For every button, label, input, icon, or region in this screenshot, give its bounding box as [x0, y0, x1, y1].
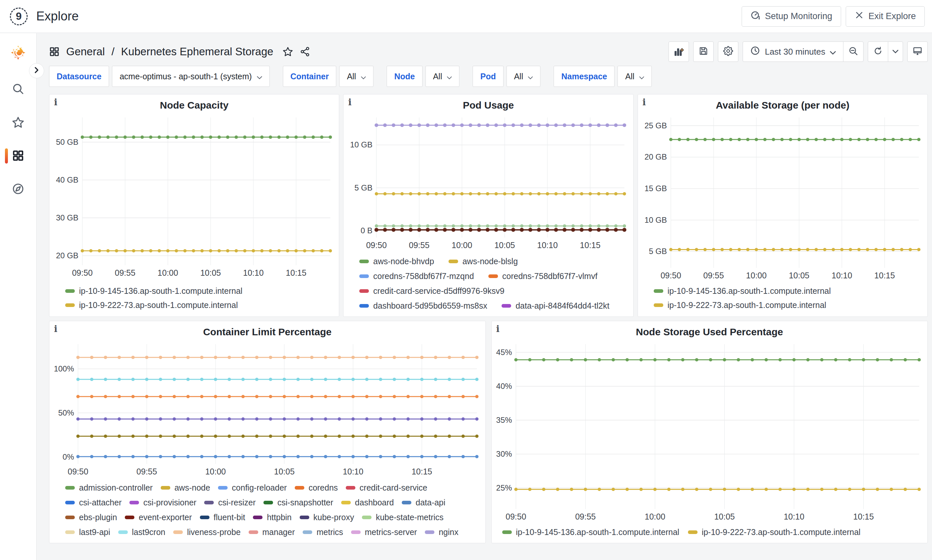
legend-item[interactable]: coredns-758dbf67f7-vlmvf — [488, 271, 597, 281]
legend-item[interactable]: csi-attacher — [65, 498, 122, 507]
zoom-out-icon — [848, 46, 858, 57]
dashboard-header-row: General / Kubernetes Ephemeral Storage — [49, 42, 928, 62]
legend-item[interactable]: credit-card-service-d5dff9976-9ksv9 — [359, 286, 504, 296]
legend-item[interactable]: csi-snapshotter — [264, 498, 333, 507]
legend-item[interactable]: nginx — [425, 528, 458, 537]
panel-title[interactable]: Pod Usage — [346, 96, 630, 113]
legend-item[interactable]: aws-node — [161, 483, 210, 492]
legend-item[interactable]: ip-10-9-145-136.ap-south-1.compute.inter… — [65, 286, 333, 296]
panel-title[interactable]: Node Capacity — [52, 96, 336, 113]
legend-item[interactable]: event-exporter — [125, 512, 192, 522]
legend-color-chip — [351, 531, 361, 534]
legend-item[interactable]: dashboard-5d95bd6559-ms8sx — [359, 301, 487, 311]
clock-icon — [750, 46, 760, 58]
setup-monitoring-button[interactable]: Setup Monitoring — [742, 6, 841, 27]
sidebar-item-dashboards[interactable] — [0, 150, 36, 163]
svg-text:5 GB: 5 GB — [649, 247, 667, 255]
app-logo[interactable]: 9 — [10, 8, 28, 25]
legend-item[interactable]: httpbin — [253, 512, 292, 522]
info-icon[interactable]: i — [54, 97, 57, 107]
exit-explore-label: Exit Explore — [869, 11, 916, 22]
legend-item[interactable]: admission-controller — [65, 483, 153, 492]
legend-item[interactable]: metrics-server — [351, 528, 417, 537]
sidebar-item-search[interactable] — [0, 83, 36, 96]
legend-item[interactable]: ip-10-9-145-136.ap-south-1.compute.inter… — [502, 528, 679, 537]
namespace-select[interactable]: All — [617, 66, 652, 87]
sidebar-expand-button[interactable] — [29, 63, 44, 78]
exit-explore-button[interactable]: Exit Explore — [846, 6, 925, 27]
legend-item[interactable]: dashboard — [341, 498, 394, 507]
legend-item[interactable]: config-reloader — [218, 483, 287, 492]
svg-text:09:50: 09:50 — [68, 467, 89, 476]
refresh-interval-dropdown[interactable] — [888, 42, 903, 62]
chart-canvas[interactable]: 09:5009:5510:0010:0510:1010:155 GB10 GB1… — [640, 113, 925, 284]
add-panel-button[interactable] — [668, 42, 689, 62]
share-icon[interactable] — [300, 46, 310, 57]
breadcrumb-dashboard-title[interactable]: Kubernetes Ephemeral Storage — [121, 45, 273, 58]
time-range-picker[interactable]: Last 30 minutes — [743, 42, 843, 62]
legend-item[interactable]: last9-api — [65, 528, 110, 537]
sidebar-item-explore[interactable] — [0, 183, 36, 197]
panel-title[interactable]: Available Storage (per node) — [640, 96, 925, 113]
sidebar-item-starred[interactable] — [0, 116, 36, 130]
legend-item[interactable]: ebs-plugin — [65, 512, 117, 522]
chart-legend: admission-controlleraws-nodeconfig-reloa… — [52, 482, 483, 539]
info-icon[interactable]: i — [496, 324, 500, 334]
save-dashboard-button[interactable] — [693, 42, 714, 62]
chart-canvas[interactable]: 09:5009:5510:0010:0510:1010:150%50%100% — [52, 340, 483, 482]
legend-label: ip-10-9-222-73.ap-south-1.compute.intern… — [702, 528, 861, 537]
legend-item[interactable]: ip-10-9-222-73.ap-south-1.compute.intern… — [688, 528, 861, 537]
legend-item[interactable]: csi-provisioner — [130, 498, 196, 507]
node-select[interactable]: All — [426, 66, 460, 87]
chart-canvas[interactable]: 09:5009:5510:0010:0510:1010:150 B5 GB10 … — [346, 113, 630, 255]
legend-item[interactable]: manager — [248, 528, 295, 537]
info-icon[interactable]: i — [642, 97, 646, 107]
refresh-button[interactable] — [868, 42, 888, 62]
filter-container: Container All — [283, 66, 373, 87]
legend-color-chip — [218, 486, 228, 489]
dashboard-settings-button[interactable] — [718, 42, 738, 62]
zoom-out-button[interactable] — [843, 42, 864, 62]
panel-title[interactable]: Node Storage Used Percentage — [494, 322, 925, 340]
chevron-right-icon — [34, 67, 40, 75]
chart-legend: ip-10-9-145-136.ap-south-1.compute.inter… — [640, 284, 925, 312]
legend-item[interactable]: liveness-probe — [173, 528, 241, 537]
legend-item[interactable]: credit-card-service — [346, 483, 427, 492]
legend-item[interactable]: fluent-bit — [200, 512, 245, 522]
legend-item[interactable]: csi-resizer — [204, 498, 256, 507]
legend-label: csi-provisioner — [143, 498, 196, 507]
datasource-select[interactable]: acme-optimus - ap-south-1 (system) — [112, 66, 270, 87]
legend-item[interactable]: ip-10-9-222-73.ap-south-1.compute.intern… — [654, 300, 921, 310]
legend-item[interactable]: metrics — [302, 528, 343, 537]
legend-label: metrics-server — [365, 528, 417, 537]
kiosk-mode-button[interactable] — [907, 42, 928, 62]
legend-item[interactable]: kube-proxy — [300, 512, 354, 522]
legend-item[interactable]: data-api — [402, 498, 445, 507]
dashboards-grid-icon — [12, 150, 24, 163]
legend-item[interactable]: aws-node-blslg — [449, 257, 518, 266]
info-icon[interactable]: i — [54, 324, 57, 334]
legend-item[interactable]: kube-state-metrics — [362, 512, 444, 522]
legend-label: last9cron — [132, 528, 165, 537]
chart-canvas[interactable]: 09:5009:5510:0010:0510:1010:1520 GB30 GB… — [52, 113, 336, 284]
container-select[interactable]: All — [339, 66, 373, 87]
legend-item[interactable]: coredns — [295, 483, 338, 492]
panel-title[interactable]: Container Limit Percentage — [52, 322, 483, 340]
svg-text:40 GB: 40 GB — [56, 175, 79, 184]
legend-item[interactable]: last9cron — [118, 528, 165, 537]
legend-item[interactable]: coredns-758dbf67f7-mzqnd — [359, 271, 474, 281]
chart-canvas[interactable]: 09:5009:5510:0010:0510:1010:1525%30%35%4… — [494, 340, 925, 525]
legend-item[interactable]: ip-10-9-222-73.ap-south-1.compute.intern… — [65, 300, 333, 310]
info-icon[interactable]: i — [348, 97, 352, 107]
breadcrumb-folder[interactable]: General — [66, 45, 105, 58]
pod-select[interactable]: All — [506, 66, 541, 87]
legend-label: dashboard-5d95bd6559-ms8sx — [373, 301, 487, 311]
legend-item[interactable]: data-api-8484f64dd4-tl2kt — [501, 301, 609, 311]
container-label-box: Container — [283, 66, 336, 87]
legend-item[interactable]: aws-node-bhvdp — [359, 257, 434, 266]
filter-node: Node All — [387, 66, 460, 87]
grafana-logo[interactable] — [11, 45, 26, 62]
legend-item[interactable]: ip-10-9-145-136.ap-south-1.compute.inter… — [654, 286, 921, 296]
favorite-star-icon[interactable] — [282, 46, 293, 57]
svg-text:50 GB: 50 GB — [56, 137, 79, 146]
